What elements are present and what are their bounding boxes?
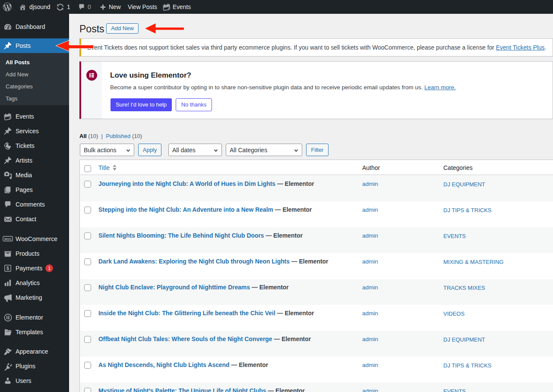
svg-text:$: $ [6,266,9,271]
svg-text:WOO: WOO [4,237,11,240]
